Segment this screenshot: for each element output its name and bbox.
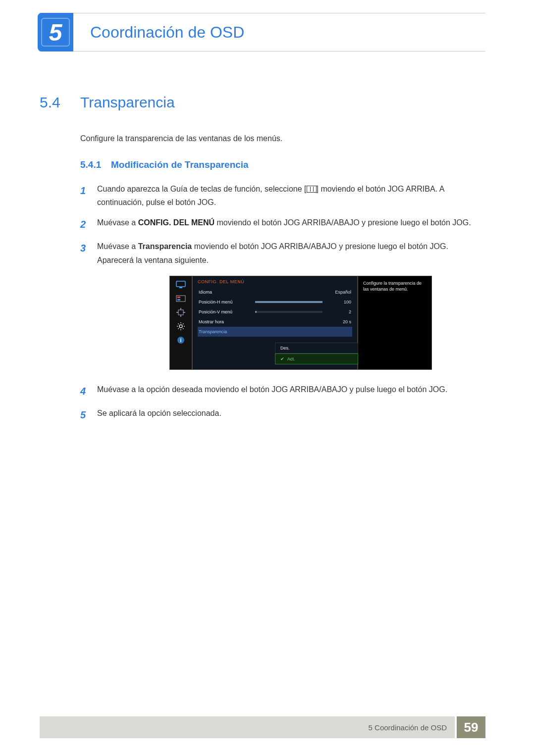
osd-row-label: Posición-H menú <box>199 300 253 304</box>
osd-row-label: Transparencia <box>199 329 253 334</box>
footer-label: 5 Coordinación de OSD <box>40 716 457 738</box>
step-3: 3 Muévase a Transparencia moviendo el bo… <box>80 240 485 266</box>
step-body: Se aplicará la opción seleccionada. <box>97 406 485 423</box>
osd-row-label: Idioma <box>199 290 253 295</box>
svg-rect-0 <box>176 281 185 287</box>
steps-list: 1 Cuando aparezca la Guía de teclas de f… <box>80 182 485 423</box>
osd-option-off: Des. <box>275 343 358 353</box>
osd-main-panel: CONFIG. DEL MENÚ Idioma Español Posición… <box>192 276 358 370</box>
step-number: 1 <box>80 182 97 209</box>
info-icon: i <box>175 336 186 345</box>
section-number: 5.4 <box>40 94 80 111</box>
step-number: 2 <box>80 216 97 233</box>
page: 5 Coordinación de OSD 5.4 Transparencia … <box>0 0 535 756</box>
step-strong: Transparencia <box>138 242 192 251</box>
subsection-number: 5.4.1 <box>80 159 111 170</box>
osd-row-posv: Posición-V menú 2 <box>198 307 352 317</box>
svg-rect-3 <box>177 297 180 298</box>
step-number: 3 <box>80 240 97 266</box>
step-text-post: moviendo el botón JOG ARRIBA/ABAJO y pre… <box>192 242 448 251</box>
step-body: Muévase a Transparencia moviendo el botó… <box>97 240 485 266</box>
osd-help-panel: Configure la transparencia de las ventan… <box>358 276 432 370</box>
svg-rect-4 <box>177 299 180 301</box>
page-number: 59 <box>457 716 485 738</box>
step-4: 4 Muévase a la opción deseada moviendo e… <box>80 383 485 400</box>
step-text-pre: Muévase a <box>97 218 138 227</box>
chapter-number: 5 <box>41 18 70 47</box>
menu-icon <box>307 186 317 193</box>
osd-row-value: Español <box>327 290 351 295</box>
step-number: 5 <box>80 406 97 423</box>
position-icon <box>175 308 186 317</box>
chapter-header: 5 Coordinación de OSD <box>40 13 485 51</box>
osd-row-transparencia: Transparencia <box>198 327 352 337</box>
svg-rect-2 <box>176 296 185 302</box>
section-heading: 5.4 Transparencia <box>40 94 485 111</box>
picture-icon <box>175 294 186 303</box>
osd-screenshot: i CONFIG. DEL MENÚ Idioma Español Posici… <box>169 276 432 370</box>
page-footer: 5 Coordinación de OSD 59 <box>40 716 485 738</box>
section-intro: Configure la transparencia de las ventan… <box>80 133 485 145</box>
step-text-pre: Muévase a <box>97 242 138 251</box>
svg-rect-5 <box>178 310 183 315</box>
osd-row-value: 2 <box>327 309 351 314</box>
svg-text:i: i <box>180 338 182 343</box>
step-number: 4 <box>80 383 97 400</box>
gear-icon <box>175 322 186 331</box>
monitor-icon <box>175 280 186 289</box>
step-text-post: moviendo el botón JOG ARRIBA/ABAJO y pre… <box>214 218 471 227</box>
osd-row-idioma: Idioma Español <box>198 287 352 297</box>
subsection-heading: 5.4.1 Modificación de Transparencia <box>80 159 485 170</box>
step-1: 1 Cuando aparezca la Guía de teclas de f… <box>80 182 485 209</box>
osd-row-posh: Posición-H menú 100 <box>198 297 352 307</box>
osd-row-mostrar: Mostrar hora 20 s <box>198 317 352 327</box>
osd-panel-title: CONFIG. DEL MENÚ <box>198 279 352 284</box>
osd-row-label: Posición-V menú <box>199 309 253 314</box>
step-body: Muévase a la opción deseada moviendo el … <box>97 383 485 400</box>
content: 5.4 Transparencia Configure la transpare… <box>40 94 485 430</box>
step-body: Muévase a CONFIG. DEL MENÚ moviendo el b… <box>97 216 485 233</box>
osd-row-value: 20 s <box>327 319 351 324</box>
step-2: 2 Muévase a CONFIG. DEL MENÚ moviendo el… <box>80 216 485 233</box>
step-5: 5 Se aplicará la opción seleccionada. <box>80 406 485 423</box>
svg-point-6 <box>179 325 182 328</box>
step-body: Cuando aparezca la Guía de teclas de fun… <box>97 182 485 209</box>
chapter-title: Coordinación de OSD <box>90 23 244 42</box>
osd-row-label: Mostrar hora <box>199 319 253 324</box>
step-text-next: Aparecerá la ventana siguiente. <box>97 256 209 264</box>
osd-sidebar: i <box>169 276 192 370</box>
osd-option-on: Act. <box>275 353 358 364</box>
chapter-number-tab: 5 <box>38 13 73 51</box>
section-title: Transparencia <box>80 94 175 111</box>
subsection-title: Modificación de Transparencia <box>111 159 249 170</box>
step-text-pre: Cuando aparezca la Guía de teclas de fun… <box>97 185 307 193</box>
step-strong: CONFIG. DEL MENÚ <box>138 218 214 227</box>
svg-rect-1 <box>179 287 182 288</box>
osd-options: Des. Act. <box>275 343 358 364</box>
osd-row-value: 100 <box>327 300 351 304</box>
